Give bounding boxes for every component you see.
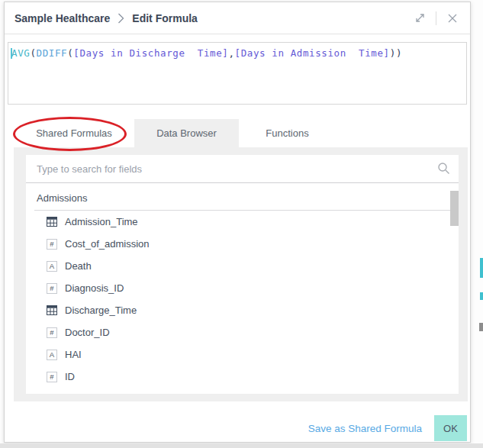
field-row-doctor-id[interactable]: # Doctor_ID <box>26 321 459 343</box>
tab-data-browser[interactable]: Data Browser <box>134 119 239 147</box>
background-ui-sliver <box>479 323 483 331</box>
field-row-patient-id[interactable]: # Patient_ID <box>26 388 459 394</box>
close-icon[interactable] <box>444 10 461 27</box>
header-actions <box>411 10 461 27</box>
background-ui-sliver <box>480 258 483 278</box>
numeric-field-icon: # <box>47 394 57 395</box>
page-title: Edit Formula <box>132 12 198 24</box>
field-label: Doctor_ID <box>65 327 110 338</box>
field-row-cost-of-admission[interactable]: # Cost_of_admission <box>26 233 459 255</box>
search-input[interactable] <box>26 155 459 182</box>
breadcrumb: Sample Healthcare Edit Formula <box>14 12 198 24</box>
table-group-header[interactable]: Admissions <box>26 183 459 210</box>
header-divider <box>436 11 436 25</box>
numeric-field-icon: # <box>47 283 57 294</box>
field-label: Diagnosis_ID <box>65 282 124 294</box>
background-ui-sliver <box>480 292 483 300</box>
ok-button[interactable]: OK <box>434 415 467 441</box>
field-row-hai[interactable]: A HAI <box>26 343 459 366</box>
dialog-footer: Save as Shared Formula OK <box>308 415 467 441</box>
field-label: Patient_ID <box>65 393 111 394</box>
field-row-death[interactable]: A Death <box>26 255 459 277</box>
tab-bar: Shared Formulas Data Browser Functions <box>14 119 336 147</box>
field-label: Death <box>65 260 92 272</box>
formula-token: [Days in Admission Time] <box>235 47 390 59</box>
text-field-icon: A <box>47 350 57 360</box>
text-field-icon: A <box>47 261 57 272</box>
field-row-id[interactable]: # ID <box>26 366 459 388</box>
search-icon <box>437 162 450 178</box>
numeric-field-icon: # <box>47 372 57 382</box>
field-label: Cost_of_admission <box>65 238 150 250</box>
scrollbar-thumb[interactable] <box>450 191 459 226</box>
expand-icon[interactable] <box>411 10 428 27</box>
formula-editor[interactable]: AVG(DDIFF([Days in Discharge Time],[Days… <box>8 42 467 105</box>
tab-shared-formulas[interactable]: Shared Formulas <box>14 119 134 147</box>
formula-token: [Days in Discharge Time] <box>73 47 228 59</box>
field-row-diagnosis-id[interactable]: # Diagnosis_ID <box>26 277 459 299</box>
page-background-strip <box>0 443 483 448</box>
field-label: Admission_Time <box>65 216 138 227</box>
field-browser: Admissions Admission_Time # Cost_of_admi… <box>26 155 459 394</box>
formula-token: AVG <box>11 47 30 59</box>
field-row-discharge-time[interactable]: Discharge_Time <box>26 299 459 321</box>
numeric-field-icon: # <box>47 239 57 250</box>
field-row-admission-time[interactable]: Admission_Time <box>26 211 459 233</box>
save-as-shared-formula-link[interactable]: Save as Shared Formula <box>308 423 422 434</box>
formula-token: )) <box>390 47 402 59</box>
numeric-field-icon: # <box>47 327 57 338</box>
dialog-header: Sample Healthcare Edit Formula <box>5 2 470 34</box>
calendar-icon <box>47 305 57 316</box>
breadcrumb-source: Sample Healthcare <box>14 12 110 24</box>
calendar-icon <box>47 217 57 227</box>
data-browser-panel: Admissions Admission_Time # Cost_of_admi… <box>14 147 468 401</box>
formula-token: , <box>228 47 234 59</box>
edit-formula-dialog: Sample Healthcare Edit Formula A <box>4 2 471 443</box>
formula-token: DDIFF <box>37 47 68 59</box>
breadcrumb-chevron-icon <box>118 13 124 24</box>
tab-functions[interactable]: Functions <box>239 119 336 147</box>
formula-token: ( <box>30 47 36 59</box>
field-label: Discharge_Time <box>65 305 137 316</box>
field-label: ID <box>65 371 75 382</box>
field-search <box>26 155 459 183</box>
field-label: HAI <box>65 349 82 360</box>
